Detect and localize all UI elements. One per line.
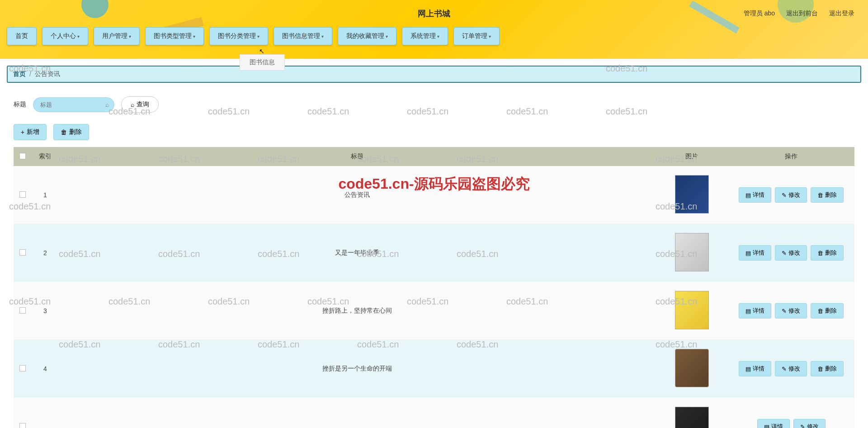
- edit-icon: ✎: [782, 250, 787, 257]
- watermark: code51.cn: [357, 249, 399, 259]
- watermark: code51.cn: [506, 296, 548, 307]
- data-table: 索引 标题 图片 操作 1 公告资讯 ▤详情 ✎修改 🗑删除 2: [14, 147, 854, 428]
- chevron-down-icon: ▾: [386, 34, 388, 39]
- watermark: code51.cn: [457, 339, 498, 350]
- doc-icon: ▤: [745, 308, 751, 314]
- chevron-down-icon: ▾: [77, 34, 80, 39]
- detail-button[interactable]: ▤详情: [739, 245, 771, 261]
- select-all-checkbox[interactable]: [19, 153, 26, 159]
- watermark: code51.cn: [158, 154, 200, 164]
- watermark: code51.cn: [158, 249, 200, 259]
- watermark: code51.cn: [158, 339, 200, 350]
- admin-label[interactable]: 管理员 abo: [744, 10, 775, 18]
- detail-button[interactable]: ▤详情: [739, 361, 771, 376]
- delete-row-button[interactable]: 🗑删除: [811, 187, 844, 203]
- watermark: code51.cn: [258, 249, 299, 259]
- edit-button[interactable]: ✎修改: [775, 303, 807, 319]
- edit-icon: ✎: [782, 192, 787, 199]
- nav-user-manage[interactable]: 用户管理▾: [94, 27, 140, 45]
- row-checkbox[interactable]: [19, 191, 26, 198]
- row-checkbox[interactable]: [19, 423, 26, 428]
- trash-icon: 🗑: [817, 308, 823, 314]
- watermark: code51.cn: [59, 154, 100, 164]
- trash-icon: 🗑: [817, 366, 823, 372]
- main-nav: 首页 个人中心▾ 用户管理▾ 图书类型管理▾ 图书分类管理▾ 图书信息管理▾ 我…: [0, 27, 868, 45]
- delete-row-button[interactable]: 🗑删除: [811, 361, 844, 376]
- cell-index: 2: [32, 224, 59, 282]
- row-checkbox[interactable]: [19, 249, 26, 256]
- book-thumbnail: [675, 407, 709, 428]
- cell-title: 公告资讯: [59, 166, 656, 224]
- watermark: code51.cn: [606, 106, 647, 117]
- logout-link[interactable]: 退出登录: [829, 10, 854, 18]
- watermark: code51.cn: [357, 339, 399, 350]
- edit-button[interactable]: ✎修改: [775, 361, 807, 376]
- table-row: 3 挫折路上，坚持常在心间 ▤详情 ✎修改 🗑删除: [14, 282, 854, 340]
- nav-personal-center[interactable]: 个人中心▾: [42, 27, 88, 45]
- title-search-input[interactable]: [33, 97, 114, 112]
- row-checkbox[interactable]: [19, 307, 26, 314]
- delete-button[interactable]: 🗑删除: [53, 124, 89, 140]
- doc-icon: ▤: [764, 423, 769, 428]
- edit-button[interactable]: ✎修改: [775, 187, 807, 203]
- doc-icon: ▤: [745, 250, 751, 257]
- table-row: ▤详情 ✎修改: [14, 398, 854, 428]
- table-row: 2 又是一年毕业季 ▤详情 ✎修改 🗑删除: [14, 224, 854, 282]
- watermark: code51.cn: [407, 296, 448, 307]
- detail-button[interactable]: ▤详情: [739, 303, 771, 319]
- watermark: code51.cn: [59, 339, 100, 350]
- cell-index: 4: [32, 340, 59, 398]
- edit-button[interactable]: ✎修改: [793, 419, 826, 428]
- watermark: code51.cn: [208, 296, 250, 307]
- filter-label: 标题: [14, 100, 26, 109]
- watermark: code51.cn: [656, 296, 697, 307]
- edit-button[interactable]: ✎修改: [775, 245, 807, 261]
- dropdown-book-info[interactable]: 图书信息: [240, 54, 285, 71]
- nav-book-type-manage[interactable]: 图书类型管理▾: [145, 27, 204, 45]
- watermark: code51.cn: [258, 339, 299, 350]
- nav-book-category-manage[interactable]: 图书分类管理▾: [209, 27, 268, 45]
- detail-button[interactable]: ▤详情: [757, 419, 790, 428]
- trash-icon: 🗑: [817, 250, 823, 257]
- watermark: code51.cn: [9, 63, 51, 74]
- watermark: code51.cn: [457, 154, 498, 164]
- row-checkbox[interactable]: [19, 365, 26, 371]
- watermark: code51.cn: [108, 296, 150, 307]
- page-title: 网上书城: [418, 8, 450, 19]
- action-bar: +新增 🗑删除: [0, 119, 868, 147]
- watermark: code51.cn: [307, 106, 349, 117]
- watermark: code51.cn: [9, 296, 51, 307]
- watermark: code51.cn: [606, 63, 647, 74]
- edit-icon: ✎: [782, 366, 787, 372]
- trash-icon: 🗑: [817, 192, 823, 199]
- nav-home[interactable]: 首页: [7, 27, 37, 45]
- watermark: code51.cn: [9, 201, 51, 212]
- watermark: code51.cn: [208, 106, 250, 117]
- edit-icon: ✎: [782, 308, 787, 314]
- delete-row-button[interactable]: 🗑删除: [811, 303, 844, 319]
- trash-icon: 🗑: [61, 128, 67, 136]
- table-row: 1 公告资讯 ▤详情 ✎修改 🗑删除: [14, 166, 854, 224]
- doc-icon: ▤: [745, 366, 751, 372]
- watermark: code51.cn: [407, 106, 448, 117]
- watermark: code51.cn: [506, 106, 548, 117]
- watermark: code51.cn: [357, 154, 399, 164]
- nav-my-collection-manage[interactable]: 我的收藏管理▾: [338, 27, 396, 45]
- add-button[interactable]: +新增: [14, 124, 47, 140]
- table-row: 4 挫折是另一个生命的开端 ▤详情 ✎修改 🗑删除: [14, 340, 854, 398]
- watermark: code51.cn: [258, 154, 299, 164]
- nav-system-manage[interactable]: 系统管理▾: [402, 27, 448, 45]
- doc-icon: ▤: [745, 192, 751, 199]
- top-bar: 网上书城 管理员 abo 退出到前台 退出登录: [0, 0, 868, 27]
- cell-title: 挫折路上，坚持常在心间: [59, 282, 656, 340]
- col-index: 索引: [32, 147, 59, 166]
- chevron-down-icon: ▾: [193, 34, 195, 39]
- nav-order-manage[interactable]: 订单管理▾: [453, 27, 500, 45]
- watermark: code51.cn: [59, 249, 100, 259]
- col-action: 操作: [728, 147, 854, 166]
- delete-row-button[interactable]: 🗑删除: [811, 245, 844, 261]
- nav-book-info-manage[interactable]: 图书信息管理▾: [274, 27, 332, 45]
- watermark: code51.cn: [307, 296, 349, 307]
- back-to-front-link[interactable]: 退出到前台: [786, 10, 818, 18]
- detail-button[interactable]: ▤详情: [739, 187, 771, 203]
